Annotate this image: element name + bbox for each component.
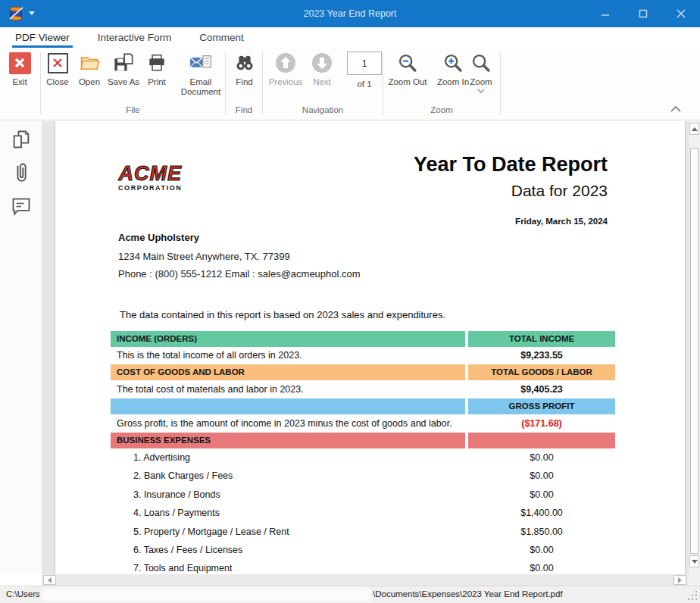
- expense-value: $0.00: [468, 486, 615, 504]
- save-as-icon: [111, 51, 136, 75]
- find-binoculars-icon: [233, 51, 257, 75]
- zoom-icon: [469, 51, 493, 75]
- business-expenses-header: BUSINESS EXPENSES: [111, 433, 465, 448]
- expense-label: 7. Tools and Equipment: [111, 559, 465, 574]
- company-name: Acme Upholstery: [118, 232, 199, 243]
- vertical-scrollbar[interactable]: [688, 121, 700, 574]
- open-button[interactable]: Open: [73, 51, 105, 87]
- gross-profit-description: Gross profit, is the amount of income in…: [111, 414, 465, 433]
- vertical-scrollbar-thumb[interactable]: [690, 148, 698, 554]
- file-path-suffix: \Documents\Expenses\2023 Year End Report…: [373, 589, 563, 598]
- table-row: The total cost of materials and labor in…: [111, 380, 615, 398]
- find-button[interactable]: Find: [227, 51, 261, 87]
- expense-label: 2. Bank Charges / Fees: [111, 467, 465, 485]
- group-label-navigation: Navigation: [263, 105, 383, 117]
- company-contact: Phone : (800) 555-1212 Email : sales@acm…: [118, 268, 361, 280]
- acme-logo: ACME CORPORATION: [118, 164, 182, 192]
- exit-button[interactable]: Exit: [3, 51, 36, 87]
- report-title: Year To Date Report: [414, 153, 608, 177]
- scroll-up-button[interactable]: [689, 123, 699, 135]
- scrollbar-corner: [688, 574, 700, 586]
- expense-value: $1,850.00: [468, 523, 615, 541]
- close-document-button[interactable]: Close: [42, 51, 73, 87]
- maximize-button[interactable]: [624, 0, 662, 27]
- table-row: This is the total income of all orders i…: [111, 347, 615, 364]
- previous-arrow-icon: [273, 51, 298, 75]
- triangle-left-icon: [48, 577, 52, 583]
- previous-page-button[interactable]: Previous: [264, 51, 307, 87]
- goods-description: The total cost of materials and labor in…: [111, 380, 465, 398]
- chevron-down-icon: [477, 89, 485, 93]
- tab-pdf-viewer[interactable]: PDF Viewer: [14, 29, 71, 48]
- expense-value: $0.00: [468, 559, 615, 574]
- scroll-left-button[interactable]: [43, 575, 56, 585]
- report-intro: The data contained in this report is bas…: [120, 309, 445, 320]
- expense-row: 2. Bank Charges / Fees $0.00: [111, 467, 615, 485]
- print-button[interactable]: Print: [140, 51, 173, 87]
- expense-row: 3. Insurance / Bonds $0.00: [111, 486, 615, 504]
- expense-label: 1. Advertising: [111, 448, 465, 467]
- ribbon-tabbar: PDF Viewer Interactive Form Comment: [0, 27, 700, 48]
- titlebar: 2023 Year End Report: [0, 0, 700, 27]
- group-label-find: Find: [226, 105, 262, 117]
- acme-logo-subtext: CORPORATION: [118, 184, 182, 192]
- save-as-button[interactable]: Save As: [105, 51, 142, 87]
- expense-row: 1. Advertising $0.00: [111, 448, 615, 467]
- ribbon: Exit Close Open: [0, 48, 700, 120]
- expense-label: 3. Insurance / Bonds: [111, 486, 465, 504]
- goods-value: $9,405.23: [468, 380, 615, 398]
- email-document-button[interactable]: Email Document: [177, 51, 225, 97]
- minimize-button[interactable]: [586, 0, 624, 27]
- scroll-down-button[interactable]: [689, 555, 699, 567]
- expense-value: $1,400.00: [468, 504, 615, 522]
- horizontal-scrollbar[interactable]: [42, 574, 688, 586]
- zoom-out-button[interactable]: Zoom Out: [384, 51, 431, 87]
- tab-comment[interactable]: Comment: [198, 29, 245, 48]
- group-label-file: File: [41, 105, 225, 117]
- expense-row: 7. Tools and Equipment $0.00: [111, 559, 615, 574]
- expense-value: $0.00: [468, 541, 615, 559]
- zoom-dropdown-button[interactable]: Zoom: [464, 51, 498, 93]
- total-income-header: TOTAL INCOME: [468, 331, 615, 347]
- comments-icon[interactable]: [11, 195, 32, 217]
- page-thumbnails-icon[interactable]: [11, 129, 32, 150]
- expense-value: $0.00: [468, 467, 615, 485]
- gross-profit-value: ($171.68): [468, 414, 615, 433]
- income-description: This is the total income of all orders i…: [111, 347, 465, 364]
- acme-logo-text: ACME: [118, 164, 182, 184]
- exit-icon: [8, 51, 32, 75]
- open-folder-icon: [77, 51, 102, 75]
- scroll-right-button[interactable]: [673, 575, 686, 585]
- statusbar: C:\Users \Documents\Expenses\2023 Year E…: [0, 586, 700, 603]
- table-row: COST OF GOODS AND LABOR TOTAL GOODS / LA…: [111, 364, 615, 380]
- next-page-button[interactable]: Next: [307, 51, 337, 87]
- resize-grip[interactable]: [688, 591, 697, 600]
- ribbon-collapse-icon[interactable]: [670, 102, 685, 113]
- navigation-pane: [0, 121, 42, 574]
- close-document-icon: [45, 51, 70, 75]
- expense-label: 4. Loans / Payments: [111, 504, 465, 522]
- print-icon: [145, 51, 169, 75]
- zoom-out-icon: [395, 51, 420, 75]
- close-window-button[interactable]: [662, 0, 700, 27]
- triangle-right-icon: [678, 577, 682, 583]
- expense-value: $0.00: [468, 448, 615, 467]
- tab-interactive-form[interactable]: Interactive Form: [96, 29, 173, 48]
- triangle-down-icon: [692, 560, 698, 564]
- expense-label: 5. Property / Mortgage / Lease / Rent: [111, 523, 465, 541]
- table-row: BUSINESS EXPENSES: [111, 433, 615, 448]
- file-path-prefix: C:\Users: [6, 589, 40, 598]
- expense-row: 5. Property / Mortgage / Lease / Rent $1…: [111, 523, 615, 541]
- table-row: INCOME (ORDERS) TOTAL INCOME: [111, 331, 615, 347]
- expense-row: 6. Taxes / Fees / Licenses $0.00: [111, 541, 615, 559]
- report-table: INCOME (ORDERS) TOTAL INCOME This is the…: [111, 331, 615, 574]
- expense-row: 4. Loans / Payments $1,400.00: [111, 504, 615, 522]
- zoom-in-icon: [441, 51, 465, 75]
- triangle-up-icon: [692, 127, 698, 131]
- pdf-page: ACME CORPORATION Year To Date Report Dat…: [55, 121, 686, 574]
- email-document-icon: [189, 51, 213, 75]
- table-row: GROSS PROFIT: [111, 398, 615, 414]
- attachments-icon[interactable]: [11, 161, 32, 182]
- table-row: Gross profit, is the amount of income in…: [111, 414, 615, 433]
- page-number-input[interactable]: [347, 52, 382, 75]
